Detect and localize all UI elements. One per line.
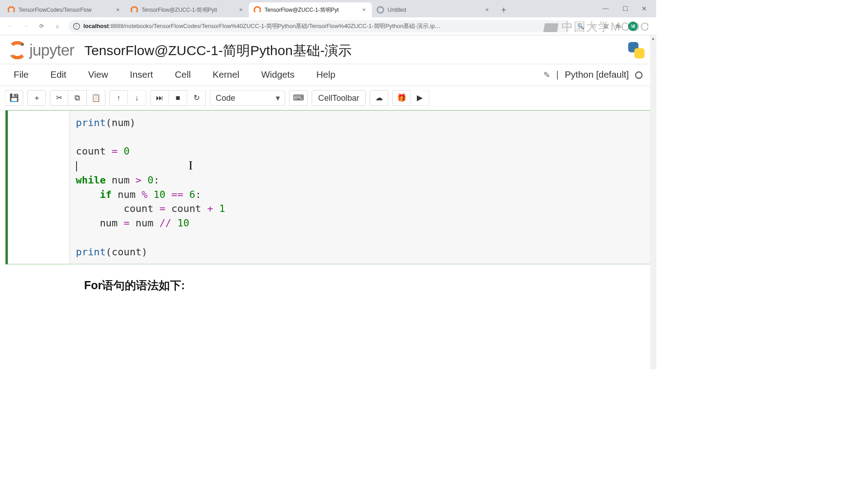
interrupt-button[interactable]: ■ xyxy=(169,90,187,106)
tab-title: TensorFlowCodes/TensorFlow xyxy=(19,7,112,13)
search-icon[interactable]: 🔍 xyxy=(577,23,584,29)
tab-close-icon[interactable]: × xyxy=(115,7,121,13)
cell-type-select[interactable]: Code xyxy=(210,90,285,106)
tab-title: Untitled xyxy=(387,7,481,13)
site-info-icon[interactable]: i xyxy=(73,23,80,29)
ibeam-cursor-icon: I xyxy=(189,156,193,174)
home-button[interactable]: ⌂ xyxy=(52,21,62,31)
run-button[interactable]: ⏭ xyxy=(151,90,169,106)
browser-tab[interactable]: TensorFlow@ZUCC-1-简明Pytl × xyxy=(126,2,249,17)
jupyter-logo[interactable]: jupyter xyxy=(8,41,74,60)
notebook-name[interactable]: TensorFlow@ZUCC-1-简明Python基础-演示 xyxy=(85,41,352,60)
menu-help[interactable]: Help xyxy=(316,70,335,80)
cell-prompt xyxy=(8,111,69,264)
tab-close-icon[interactable]: × xyxy=(238,7,244,13)
window-controls: — ☐ ✕ xyxy=(603,0,656,18)
menu-view[interactable]: View xyxy=(88,70,108,80)
reload-button[interactable]: ⟳ xyxy=(37,21,47,31)
edit-mode-icon: ✎ xyxy=(543,70,550,80)
code-editor[interactable]: print(num) count = 0 I while num > 0: if… xyxy=(69,111,650,264)
menu-edit[interactable]: Edit xyxy=(51,70,66,80)
menu-kernel[interactable]: Kernel xyxy=(212,70,239,80)
scroll-up-icon[interactable]: ▲ xyxy=(650,36,656,42)
gift-button[interactable]: 🎁 xyxy=(392,90,411,106)
kernel-name[interactable]: Python [default] xyxy=(565,70,629,80)
cut-button[interactable]: ✂ xyxy=(50,90,68,106)
command-palette-button[interactable]: ⌨ xyxy=(289,90,308,106)
tab-title: TensorFlow@ZUCC-1-简明Pyt xyxy=(264,6,358,14)
shopping-icon[interactable]: 🛍 xyxy=(615,23,621,29)
cloud-upload-button[interactable]: ☁ xyxy=(370,90,388,106)
profile-avatar[interactable]: M xyxy=(628,21,638,31)
text-cursor xyxy=(76,161,77,172)
menu-widgets[interactable]: Widgets xyxy=(261,70,295,80)
celltoolbar-button[interactable]: CellToolbar xyxy=(311,90,365,106)
browser-tab[interactable]: Untitled × xyxy=(372,2,495,17)
markdown-heading: For语句的语法如下: xyxy=(5,264,651,293)
forward-button[interactable]: → xyxy=(21,21,31,31)
browser-tab-active[interactable]: TensorFlow@ZUCC-1-简明Pyt × xyxy=(249,2,372,17)
vertical-scrollbar[interactable]: ▲ xyxy=(650,36,656,369)
browser-tab-strip: TensorFlowCodes/TensorFlow × TensorFlow@… xyxy=(0,0,656,18)
move-up-button[interactable]: ↑ xyxy=(109,90,128,106)
maximize-icon[interactable]: ☐ xyxy=(623,5,628,13)
save-button[interactable]: 💾 xyxy=(5,90,24,106)
browser-tab[interactable]: TensorFlowCodes/TensorFlow × xyxy=(3,2,126,17)
presentation-button[interactable]: ▶ xyxy=(411,90,429,106)
close-window-icon[interactable]: ✕ xyxy=(642,5,646,13)
jupyter-favicon xyxy=(254,6,261,14)
divider: | xyxy=(556,70,558,80)
jupyter-logo-icon xyxy=(8,41,27,60)
reader-icon[interactable]: ⧉ xyxy=(604,23,608,29)
url-text: localhost:8888/notebooks/TensorFlowCodes… xyxy=(83,22,440,30)
move-down-button[interactable]: ↓ xyxy=(128,90,146,106)
copy-button[interactable]: ⧉ xyxy=(68,90,87,106)
code-cell-selected[interactable]: print(num) count = 0 I while num > 0: if… xyxy=(5,110,651,264)
address-bar[interactable]: i localhost:8888/notebooks/TensorFlowCod… xyxy=(68,20,571,32)
python-logo-icon xyxy=(627,41,646,60)
back-button[interactable]: ← xyxy=(5,21,15,31)
tab-title: TensorFlow@ZUCC-1-简明Pytl xyxy=(142,6,235,14)
paste-button[interactable]: 📋 xyxy=(87,90,105,106)
browser-toolbar: ← → ⟳ ⌂ i localhost:8888/notebooks/Tenso… xyxy=(0,18,656,35)
menu-insert[interactable]: Insert xyxy=(130,70,153,80)
restart-button[interactable]: ↻ xyxy=(187,90,206,106)
kernel-indicator-idle-icon xyxy=(635,71,643,79)
jupyter-favicon xyxy=(8,6,15,14)
insert-cell-button[interactable]: ＋ xyxy=(27,90,46,106)
tab-close-icon[interactable]: × xyxy=(361,7,367,13)
page-favicon xyxy=(377,6,384,14)
menu-cell[interactable]: Cell xyxy=(175,70,191,80)
menu-file[interactable]: File xyxy=(14,70,28,80)
jupyter-favicon xyxy=(131,6,138,14)
jupyter-logo-text: jupyter xyxy=(29,41,74,60)
toolbar: 💾 ＋ ✂ ⧉ 📋 ↑ ↓ ⏭ ■ ↻ Code ⌨ CellToolbar ☁… xyxy=(0,86,656,111)
minimize-icon[interactable]: — xyxy=(603,5,609,12)
menubar: File Edit View Insert Cell Kernel Widget… xyxy=(0,64,656,86)
notebook-container: print(num) count = 0 I while num > 0: if… xyxy=(0,110,656,364)
menu-icon[interactable]: ⋮ xyxy=(645,23,651,29)
new-tab-button[interactable]: + xyxy=(498,4,510,16)
tab-close-icon[interactable]: × xyxy=(484,7,490,13)
bookmark-icon[interactable]: ☆ xyxy=(592,23,597,29)
jupyter-header: jupyter TensorFlow@ZUCC-1-简明Python基础-演示 xyxy=(0,35,656,64)
